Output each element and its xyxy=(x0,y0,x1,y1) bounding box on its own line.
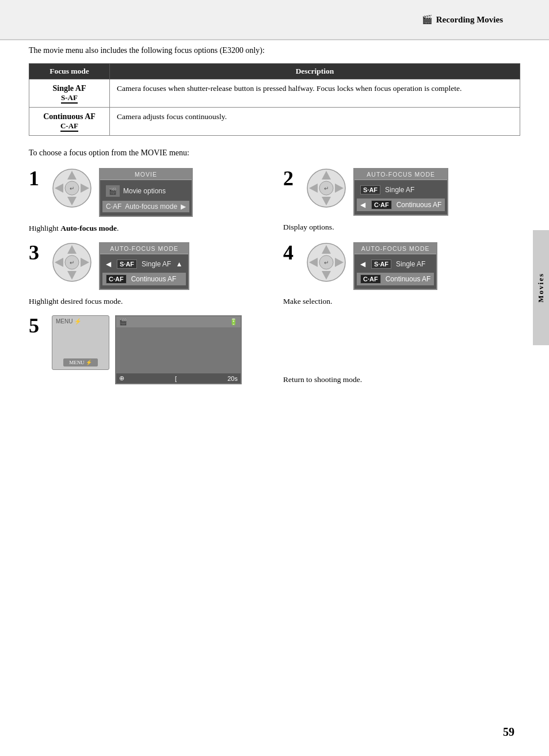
table-row: Single AF S-AF Camera focuses when shutt… xyxy=(29,79,520,108)
screen-row: 🎬 Movie options xyxy=(102,184,189,198)
saf-tag: S·AF xyxy=(371,259,391,269)
left-arrow-icon: ◀ xyxy=(360,201,365,209)
screen-title-3: AUTO-FOCUS MODE xyxy=(100,243,188,254)
main-content: The movie menu also includes the followi… xyxy=(29,46,520,721)
camera-controls: MENU ⚡ xyxy=(63,358,98,366)
screen-row-highlighted: ◀ C·AF Continuous AF xyxy=(357,198,445,211)
af-tag: C·AF xyxy=(106,203,121,211)
screen-row: ◀ S·AF Single AF ▲ xyxy=(102,258,186,270)
col-header-description: Description xyxy=(110,64,520,79)
description-cell-continuous: Camera adjusts focus continuously. xyxy=(110,108,520,136)
step-5: 5 MENU ⚡ MENU ⚡ 🎬 🔋 xyxy=(29,315,266,384)
intro-text: The movie menu also includes the followi… xyxy=(29,46,520,55)
camera-body: MENU ⚡ MENU ⚡ xyxy=(52,315,109,370)
caf-tag: C·AF xyxy=(106,274,127,284)
dpad-2: ↵ xyxy=(306,168,346,208)
step-3-screen: AUTO-FOCUS MODE ◀ S·AF Single AF ▲ C·AF … xyxy=(99,242,189,290)
col-header-mode: Focus mode xyxy=(29,64,110,79)
vf-movie-icon: 🎬 xyxy=(119,318,127,326)
row-label: Single AF xyxy=(385,186,414,194)
step-number-3: 3 xyxy=(29,242,46,263)
screen-row: ◀ S·AF Single AF xyxy=(357,258,434,270)
screen-rows-3: ◀ S·AF Single AF ▲ C·AF Continuous AF xyxy=(100,254,188,289)
screen-rows-1: 🎬 Movie options C·AF Auto-focus mode ▶ xyxy=(100,180,192,216)
viewfinder-screen: 🎬 🔋 ⊕ [ 20s xyxy=(115,315,242,384)
screen-rows-4: ◀ S·AF Single AF C·AF Continuous AF xyxy=(354,254,436,289)
svg-text:↵: ↵ xyxy=(324,259,329,266)
caf-tag: C·AF xyxy=(360,274,381,284)
caf-tag: C·AF xyxy=(371,200,392,209)
step-2-content: ↵ AUTO-FOCUS MODE S·AF Single AF ◀ xyxy=(306,168,448,216)
screen-row-highlighted: C·AF Continuous AF xyxy=(102,273,186,285)
step-number-1: 1 xyxy=(29,168,46,189)
focus-mode-table: Focus mode Description Single AF S-AF Ca… xyxy=(29,63,520,136)
step-3-caption: Highlight desired focus mode. xyxy=(29,297,266,306)
screen-row-highlighted: C·AF Auto-focus mode ▶ xyxy=(102,201,189,212)
screen-title-1: MOVIE xyxy=(100,169,192,180)
step-4-content: ↵ AUTO-FOCUS MODE ◀ S·AF Single AF xyxy=(306,242,437,290)
sidebar-tab: Movies xyxy=(533,230,549,345)
vf-bracket: [ xyxy=(175,375,177,382)
step-1: 1 ↵ xyxy=(29,168,266,233)
row-label: Single AF xyxy=(142,260,171,268)
mode-main-label-cont: Continuous AF xyxy=(36,112,102,121)
table-row: Continuous AF C-AF Camera adjusts focus … xyxy=(29,108,520,136)
screen-rows-2: S·AF Single AF ◀ C·AF Continuous AF xyxy=(354,180,447,215)
mode-main-label: Single AF xyxy=(36,84,102,93)
dpad-1: ↵ xyxy=(52,168,92,208)
vf-main-area xyxy=(116,327,241,373)
return-text-cell: Return to shooting mode. xyxy=(283,315,520,384)
row-label: Auto-focus mode xyxy=(125,203,177,211)
mode-cell-single: Single AF S-AF xyxy=(29,79,110,108)
mode-sub-label-cont: C-AF xyxy=(36,121,102,131)
left-arrow-icon: ◀ xyxy=(106,260,111,268)
header-title: Recording Movies xyxy=(436,15,503,25)
header-bar: 🎬 Recording Movies xyxy=(0,0,549,40)
mode-sub-label: S-AF xyxy=(36,93,102,102)
vf-battery-icon: 🔋 xyxy=(230,318,238,326)
page-number: 59 xyxy=(503,726,514,739)
saf-tag: S·AF xyxy=(117,259,137,269)
saf-tag: S·AF xyxy=(360,185,380,194)
step-number-2: 2 xyxy=(283,168,300,189)
step-4-caption: Make selection. xyxy=(283,297,520,306)
screen-title-4: AUTO-FOCUS MODE xyxy=(354,243,436,254)
svg-text:↵: ↵ xyxy=(70,185,74,192)
step-1-caption: Highlight Auto-focus mode. xyxy=(29,224,266,233)
svg-text:↵: ↵ xyxy=(70,259,74,266)
step-2-caption: Display options. xyxy=(283,223,520,232)
screen-row: S·AF Single AF xyxy=(357,184,445,196)
step-number-4: 4 xyxy=(283,242,300,263)
vf-bottom-row: ⊕ [ 20s xyxy=(116,373,241,383)
steps-grid: 1 ↵ xyxy=(29,168,520,384)
dpad-4: ↵ xyxy=(306,242,346,282)
step-1-screen: MOVIE 🎬 Movie options C·AF Auto-focus mo… xyxy=(99,168,193,217)
row-label: Continuous AF xyxy=(131,275,177,283)
left-arrow-icon: ◀ xyxy=(360,260,365,268)
step-4-screen: AUTO-FOCUS MODE ◀ S·AF Single AF C·AF Co… xyxy=(353,242,437,290)
step-2-screen: AUTO-FOCUS MODE S·AF Single AF ◀ C·AF Co… xyxy=(353,168,448,216)
step-2: 2 ↵ AUTO-FOCUS M xyxy=(283,168,520,233)
sidebar-label: Movies xyxy=(536,273,546,303)
camera-ctrl-text: MENU ⚡ xyxy=(69,360,92,365)
row-label: Movie options xyxy=(123,187,166,195)
movie-icon: 🎬 xyxy=(106,185,120,197)
screen-row-highlighted: C·AF Continuous AF xyxy=(357,273,434,285)
mode-cell-continuous: Continuous AF C-AF xyxy=(29,108,110,136)
row-label: Continuous AF xyxy=(386,275,431,283)
step-4: 4 ↵ AUTO-FOCUS M xyxy=(283,242,520,306)
step-1-content: ↵ MOVIE 🎬 Movie options C·AF xyxy=(52,168,193,217)
page-title: 🎬 Recording Movies xyxy=(422,14,503,25)
return-text: Return to shooting mode. xyxy=(283,375,520,384)
choose-text: To choose a focus option from the MOVIE … xyxy=(29,148,520,158)
row-label: Single AF xyxy=(396,260,425,268)
step-5-content: MENU ⚡ MENU ⚡ 🎬 🔋 ⊕ xyxy=(52,315,242,384)
description-cell-single: Camera focuses when shutter-release butt… xyxy=(110,79,520,108)
row-label: Continuous AF xyxy=(396,201,442,209)
dpad-3: ↵ xyxy=(52,242,92,282)
svg-text:↵: ↵ xyxy=(324,185,329,192)
vf-focus-icon: ⊕ xyxy=(119,375,124,382)
step-number-5: 5 xyxy=(29,315,46,336)
vf-top-row: 🎬 🔋 xyxy=(116,316,241,327)
vf-time: 20s xyxy=(227,375,238,382)
